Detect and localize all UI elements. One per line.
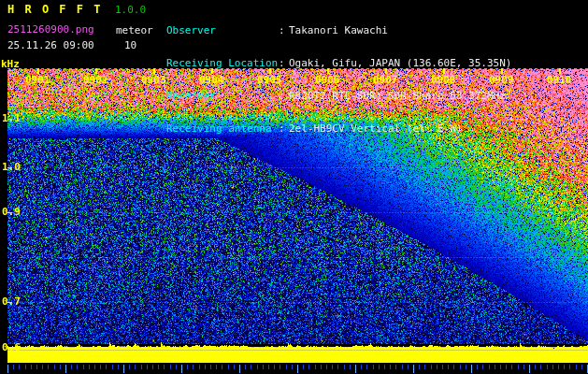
info-label: Receiving Location [166, 58, 279, 68]
info-separator: : [279, 25, 289, 36]
info-row-receiver: Receiver : R820T2(RTL-SDR) SDR-Sharp 53.… [166, 91, 511, 103]
datetime-label: 25.11.26 09:00 [7, 40, 94, 50]
mode-label: meteor [116, 25, 153, 36]
y-tick-1-1: 1.1 [2, 113, 21, 123]
info-separator: : [279, 91, 289, 101]
info-value: Takanori Kawachi [289, 25, 388, 36]
y-tick-1-0: 1.0 [2, 162, 21, 172]
x-tick-0907: 0907 [373, 75, 397, 85]
echo-count: 10 [124, 40, 136, 50]
output-filename: 2511260900.png [7, 24, 94, 35]
x-tick-0908: 0908 [431, 75, 455, 85]
y-tick-0-6: 0.6 [2, 342, 21, 352]
info-value: Ogaki, Gifu, JAPAN (136.60E, 35.35N) [289, 58, 511, 68]
y-axis-unit: kHz [1, 59, 20, 69]
info-label: Observer [166, 25, 279, 36]
y-tick-0-9: 0.9 [2, 207, 21, 217]
x-tick-0905: 0905 [257, 75, 281, 85]
info-row-antenna: Receiving antenna : 2el-HB9CV Vertical (… [166, 123, 511, 136]
info-value: R820T2(RTL-SDR) SDR-Sharp 53.372MHz [289, 91, 506, 101]
info-label: Receiver [166, 91, 279, 101]
x-tick-0904: 0904 [199, 75, 223, 85]
app-version: 1.0.0 [115, 5, 146, 15]
info-label: Receiving antenna [166, 123, 279, 134]
x-tick-0901: 0901 [25, 75, 50, 85]
x-tick-0903: 0903 [141, 75, 165, 85]
info-separator: : [279, 123, 289, 134]
info-value: 2el-HB9CV Vertical (el. E-W) [289, 123, 462, 134]
x-tick-0910: 0910 [547, 75, 571, 85]
info-separator: : [279, 58, 289, 68]
app-title: H R O F F T [7, 4, 102, 15]
info-row-location: Receiving Location : Ogaki, Gifu, JAPAN … [166, 58, 511, 70]
x-tick-0906: 0906 [315, 75, 339, 85]
y-tick-0-7: 0.7 [2, 296, 21, 307]
x-tick-0902: 0902 [83, 75, 108, 85]
x-tick-0909: 0909 [489, 75, 513, 85]
hrofft-window: H R O F F T 1.0.0 2511260900.png meteor … [0, 0, 588, 374]
info-row-observer: Observer : Takanori Kawachi [166, 25, 511, 37]
